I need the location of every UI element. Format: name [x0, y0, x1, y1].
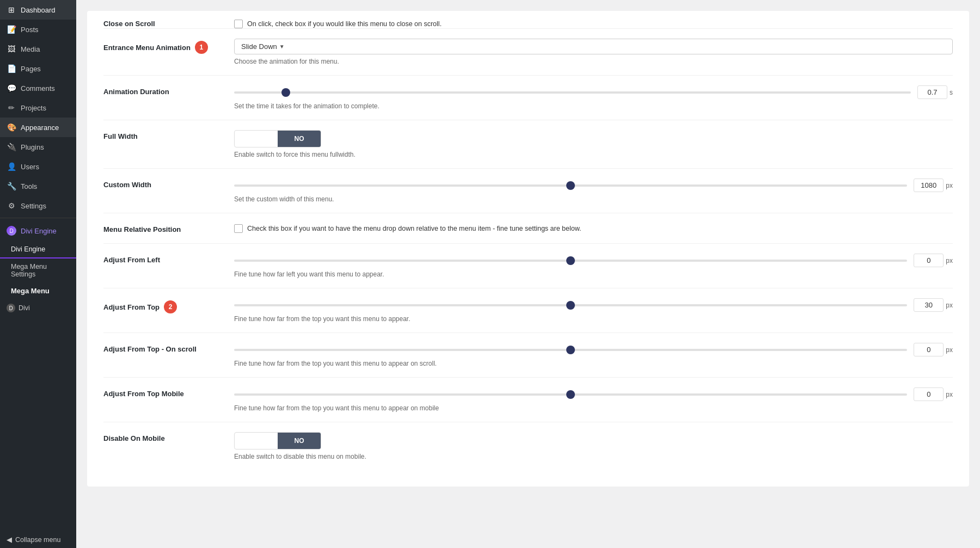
full-width-toggle-no[interactable]: NO: [278, 131, 321, 147]
dropdown-arrow-icon: ▼: [279, 44, 285, 50]
sidebar-label-settings: Settings: [21, 202, 46, 210]
disable-on-mobile-toggle-off[interactable]: [235, 436, 278, 445]
settings-icon: ⚙: [7, 201, 16, 210]
animation-duration-track[interactable]: [234, 91, 911, 94]
animation-duration-label: Animation Duration: [103, 88, 169, 96]
sidebar-item-plugins[interactable]: 🔌 Plugins: [0, 137, 76, 157]
adjust-from-left-input[interactable]: [914, 254, 944, 267]
adjust-from-top-scroll-unit: px: [946, 346, 953, 354]
menu-relative-position-label-col: Menu Relative Position: [103, 223, 223, 233]
entrance-animation-label-col: Entrance Menu Animation 1: [103, 39, 223, 54]
adjust-from-left-thumb[interactable]: [566, 256, 575, 265]
adjust-from-top-mobile-description: Fine tune how far from the top you want …: [234, 404, 953, 412]
custom-width-label-col: Custom Width: [103, 178, 223, 189]
adjust-from-top-scroll-thumb[interactable]: [566, 346, 575, 354]
adjust-from-left-track[interactable]: [234, 260, 907, 262]
adjust-from-top-value-box: px: [914, 298, 953, 312]
sidebar-item-comments[interactable]: 💬 Comments: [0, 78, 76, 98]
custom-width-thumb[interactable]: [566, 181, 575, 190]
sidebar-item-appearance[interactable]: 🎨 Appearance: [0, 118, 76, 137]
sidebar-item-settings[interactable]: ⚙ Settings: [0, 196, 76, 215]
sidebar-item-users[interactable]: 👤 Users: [0, 157, 76, 176]
sidebar-item-pages[interactable]: 📄 Pages: [0, 59, 76, 78]
sidebar-sub-divi-engine[interactable]: Divi Engine: [0, 241, 76, 258]
custom-width-control: px Set the custom width of this menu.: [234, 178, 953, 203]
plugins-icon: 🔌: [7, 143, 16, 151]
entrance-animation-value: Slide Down: [241, 42, 277, 51]
entrance-animation-control: Slide Down ▼ Choose the animation for th…: [234, 39, 953, 65]
disable-on-mobile-label-col: Disable On Mobile: [103, 432, 223, 442]
sidebar-label-appearance: Appearance: [21, 124, 59, 132]
animation-duration-label-col: Animation Duration: [103, 85, 223, 96]
animation-duration-unit: s: [950, 89, 953, 96]
appearance-icon: 🎨: [7, 123, 16, 132]
entrance-animation-row: Entrance Menu Animation 1 Slide Down ▼ C…: [103, 29, 953, 76]
sidebar-sub-divi[interactable]: D Divi: [0, 299, 76, 317]
sidebar-sub-label-mega-menu-settings: Mega Menu Settings: [11, 263, 47, 278]
adjust-from-left-label-col: Adjust From Left: [103, 254, 223, 264]
adjust-from-top-description: Fine tune how far from the top you want …: [234, 315, 953, 323]
animation-duration-slider-row: s: [234, 85, 953, 99]
sidebar-label-mega-menu: Mega Menu: [11, 287, 50, 295]
entrance-animation-dropdown[interactable]: Slide Down ▼: [234, 39, 953, 54]
custom-width-input[interactable]: [914, 178, 944, 192]
adjust-from-top-scroll-description: Fine tune how far from the top you want …: [234, 360, 953, 367]
posts-icon: 📝: [7, 25, 16, 34]
full-width-description: Enable switch to force this menu fullwid…: [234, 151, 953, 158]
adjust-from-top-track[interactable]: [234, 304, 907, 306]
adjust-from-top-thumb[interactable]: [566, 301, 575, 310]
full-width-label-col: Full Width: [103, 130, 223, 140]
close-on-scroll-control: On click, check box if you would like th…: [234, 19, 953, 28]
adjust-from-top-mobile-value-box: px: [914, 387, 953, 401]
adjust-from-top-input[interactable]: [914, 298, 944, 312]
adjust-from-left-label: Adjust From Left: [103, 256, 160, 264]
full-width-toggle-off[interactable]: [235, 134, 278, 143]
menu-relative-position-row: Menu Relative Position Check this box if…: [103, 213, 953, 244]
custom-width-value-box: px: [914, 178, 953, 192]
custom-width-description: Set the custom width of this menu.: [234, 195, 953, 203]
sidebar-sub-label-divi-engine: Divi Engine: [11, 245, 45, 253]
projects-icon: ✏: [7, 103, 16, 112]
sidebar-item-media[interactable]: 🖼 Media: [0, 39, 76, 59]
sidebar-item-divi-engine[interactable]: D Divi Engine: [0, 220, 76, 241]
close-on-scroll-checkbox[interactable]: [234, 20, 243, 28]
adjust-from-top-mobile-thumb[interactable]: [566, 390, 575, 399]
animation-duration-input[interactable]: [917, 85, 947, 99]
adjust-from-top-scroll-value-box: px: [914, 343, 953, 356]
custom-width-track[interactable]: [234, 184, 907, 187]
adjust-from-top-slider-row: px: [234, 298, 953, 312]
adjust-from-top-badge: 2: [164, 300, 177, 313]
menu-relative-position-checkbox[interactable]: [234, 224, 243, 233]
adjust-from-top-scroll-label-col: Adjust From Top - On scroll: [103, 343, 223, 353]
sidebar-item-projects[interactable]: ✏ Projects: [0, 98, 76, 118]
menu-relative-position-text: Check this box if you want to have the m…: [247, 225, 581, 232]
custom-width-label: Custom Width: [103, 181, 151, 189]
animation-duration-value-box: s: [917, 85, 953, 99]
collapse-label: Collapse menu: [15, 536, 60, 544]
sidebar-label-plugins: Plugins: [21, 143, 44, 151]
collapse-icon: ◀: [7, 535, 12, 544]
adjust-from-top-mobile-track[interactable]: [234, 393, 907, 396]
main-content: Close on Scroll On click, check box if y…: [76, 0, 980, 548]
sidebar: ⊞ Dashboard 📝 Posts 🖼 Media 📄 Pages 💬 Co…: [0, 0, 76, 548]
adjust-from-top-scroll-control: px Fine tune how far from the top you wa…: [234, 343, 953, 367]
full-width-control: NO Enable switch to force this menu full…: [234, 130, 953, 158]
sidebar-item-dashboard[interactable]: ⊞ Dashboard: [0, 0, 76, 20]
adjust-from-top-mobile-input[interactable]: [914, 387, 944, 401]
sidebar-mega-menu[interactable]: Mega Menu: [0, 282, 76, 299]
sidebar-item-tools[interactable]: 🔧 Tools: [0, 176, 76, 196]
animation-duration-description: Set the time it takes for the animation …: [234, 102, 953, 110]
adjust-from-top-scroll-track[interactable]: [234, 349, 907, 351]
disable-on-mobile-toggle-no[interactable]: NO: [278, 433, 321, 449]
adjust-from-top-scroll-input[interactable]: [914, 343, 944, 356]
sidebar-sub-mega-menu-settings[interactable]: Mega Menu Settings: [0, 258, 76, 282]
sidebar-item-posts[interactable]: 📝 Posts: [0, 20, 76, 39]
entrance-animation-badge: 1: [195, 41, 208, 54]
adjust-from-top-row: Adjust From Top 2 px Fine tune how far f…: [103, 288, 953, 333]
custom-width-unit: px: [946, 182, 953, 189]
animation-duration-thumb[interactable]: [281, 88, 290, 97]
sidebar-label-posts: Posts: [21, 26, 39, 34]
adjust-from-top-scroll-label: Adjust From Top - On scroll: [103, 345, 197, 353]
animation-duration-control: s Set the time it takes for the animatio…: [234, 85, 953, 110]
sidebar-collapse-menu[interactable]: ◀ Collapse menu: [0, 531, 76, 548]
